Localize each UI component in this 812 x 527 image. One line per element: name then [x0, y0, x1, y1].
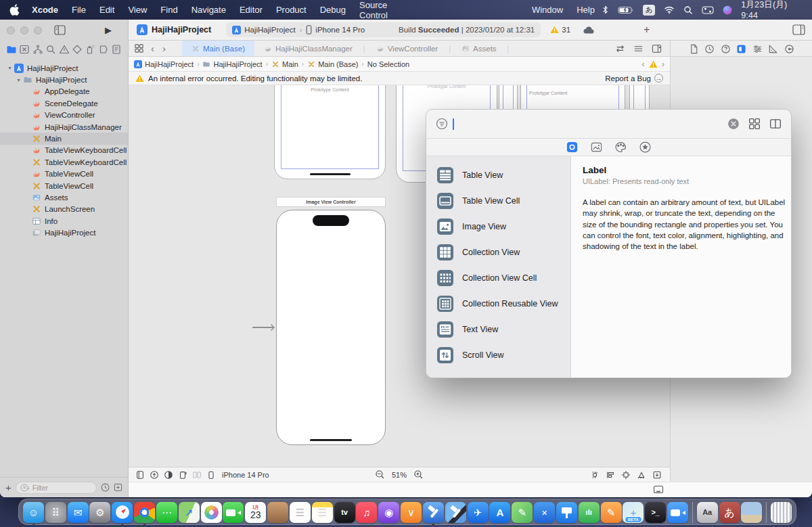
navigator-row[interactable]: Main	[0, 133, 128, 144]
source-control-status-icon[interactable]	[114, 483, 122, 492]
dock-item-launchpad[interactable]: ⠿	[45, 502, 66, 526]
add-constraints-icon[interactable]	[621, 470, 631, 480]
dock-item-contacts-book[interactable]	[267, 502, 288, 526]
debug-navigator-icon[interactable]	[85, 44, 95, 55]
control-center-icon[interactable]	[702, 6, 714, 14]
dock-item-finder[interactable]: ☺	[23, 502, 44, 526]
zoom-window-button[interactable]	[34, 26, 42, 35]
add-file-button[interactable]: +	[5, 482, 12, 493]
dock-item-notes[interactable]: ☰	[312, 502, 333, 526]
dock-item-messages[interactable]: ⋯	[156, 502, 177, 526]
navigator-row[interactable]: TableViewKeyboardCell	[0, 145, 128, 156]
appearance-icon[interactable]	[164, 470, 173, 480]
forward-button[interactable]: ›	[161, 43, 167, 53]
breadcrumb-item[interactable]: HajiHajiProject	[202, 60, 262, 68]
tab-assets[interactable]: Assets	[452, 41, 506, 56]
menu-debug[interactable]: Debug	[313, 5, 353, 15]
library-item-table-view-cell[interactable]: Table View Cell	[426, 188, 570, 214]
dock-item-freeform-beta[interactable]: +BETA	[623, 502, 644, 526]
dock-item-testflight[interactable]: ✈	[468, 502, 489, 526]
recent-files-icon[interactable]	[101, 483, 110, 492]
library-filter-icon[interactable]	[436, 118, 448, 130]
connections-inspector-icon[interactable]	[784, 44, 794, 54]
battery-icon[interactable]	[618, 6, 634, 14]
menu-editor[interactable]: Editor	[233, 5, 269, 15]
dock-item-xcode[interactable]	[423, 502, 444, 526]
minimize-window-button[interactable]	[20, 26, 28, 35]
menu-help[interactable]: Help	[570, 5, 602, 15]
dock-item-podcasts[interactable]: ◉	[378, 502, 399, 526]
media-tab-icon[interactable]	[590, 141, 603, 153]
status-device-name[interactable]: iPhone 14 Pro	[222, 471, 269, 479]
resolve-issues-icon[interactable]	[637, 470, 646, 480]
menu-view[interactable]: View	[121, 5, 154, 15]
swap-editor-icon[interactable]	[615, 44, 625, 53]
library-item-collection-view-cell[interactable]: Collection View Cell	[426, 265, 570, 291]
scheme-selector[interactable]: HajiHajiProject › iPhone 14 Pro Build Su…	[226, 22, 541, 37]
ime-input-badge[interactable]: あ	[643, 5, 655, 16]
size-inspector-icon[interactable]	[768, 44, 778, 54]
library-search-input[interactable]	[455, 119, 727, 129]
disclosure-triangle-icon[interactable]: ▾	[14, 77, 23, 83]
list-view-icon[interactable]	[769, 118, 782, 130]
navigator-row[interactable]: SceneDelegate	[0, 97, 128, 109]
related-items-icon[interactable]	[134, 43, 144, 53]
color-palette-tab-icon[interactable]	[614, 141, 627, 153]
dock-item-zoom[interactable]	[667, 502, 688, 526]
wifi-icon[interactable]	[664, 5, 675, 14]
find-navigator-icon[interactable]	[45, 44, 56, 55]
dock-item-keynote[interactable]	[556, 502, 577, 526]
dock-item-playgrounds[interactable]: ✎	[512, 502, 533, 526]
next-issue-button[interactable]: ›	[662, 59, 664, 69]
update-frames-icon[interactable]	[590, 470, 600, 480]
zoom-out-icon[interactable]	[375, 469, 385, 480]
report-navigator-icon[interactable]	[111, 44, 122, 55]
menu-navigate[interactable]: Navigate	[185, 5, 233, 15]
issue-navigator-icon[interactable]	[59, 44, 70, 55]
attributes-inspector-icon[interactable]	[736, 44, 746, 54]
back-button[interactable]: ‹	[150, 43, 156, 53]
iphone-scene[interactable]	[276, 210, 386, 445]
run-destination[interactable]: iPhone 14 Pro	[315, 26, 365, 34]
source-control-navigator-icon[interactable]	[19, 44, 30, 55]
align-icon[interactable]	[606, 470, 615, 480]
dock-item-desktop-preview[interactable]	[741, 502, 762, 526]
dock-item-safari[interactable]	[112, 502, 133, 526]
warning-counter[interactable]: 31	[550, 26, 570, 34]
menu-source-control[interactable]: Source Control	[353, 0, 418, 20]
navigator-row[interactable]: HajiHajiProject	[0, 227, 128, 238]
dock-item-mail[interactable]: ✉	[68, 502, 89, 526]
navigator-row[interactable]: HajiHajiClassManager	[0, 121, 128, 133]
history-inspector-icon[interactable]	[704, 44, 715, 54]
tab-viewcontroller[interactable]: ViewController	[367, 41, 448, 56]
cloud-status-icon[interactable]	[583, 26, 595, 35]
library-item-scroll-view[interactable]: Scroll View	[426, 342, 570, 368]
dock-item-photos[interactable]	[201, 502, 222, 526]
dock-item-trash[interactable]	[771, 502, 792, 526]
file-inspector-icon[interactable]	[689, 44, 699, 54]
navigator-row[interactable]: ▾HajiHajiProject	[0, 74, 128, 85]
objects-tab-icon[interactable]	[566, 141, 579, 153]
dock-item-font-book[interactable]: Aa	[697, 502, 718, 526]
tab-hajihajiclassmanager[interactable]: HajiHajiClassManager	[254, 41, 362, 56]
dock-item-system-settings[interactable]: ⚙	[89, 502, 110, 526]
device-icon[interactable]	[206, 470, 216, 480]
navigator-row[interactable]: Assets	[0, 191, 128, 203]
navigator-row[interactable]: ViewController	[0, 110, 128, 121]
navigator-row[interactable]: ▾HajiHajiProject	[0, 62, 128, 74]
embed-icon[interactable]	[652, 470, 662, 480]
split-view-icon[interactable]	[192, 470, 202, 480]
dock-item-reminders[interactable]: ☰	[290, 502, 311, 526]
menu-find[interactable]: Find	[154, 5, 184, 15]
spotlight-search-icon[interactable]	[683, 5, 693, 15]
sliders-inspector-icon[interactable]	[752, 44, 763, 54]
apple-menu-icon[interactable]	[9, 4, 20, 16]
navigator-row[interactable]: TableViewCell	[0, 168, 128, 180]
dock-item-app-store[interactable]: A	[489, 502, 510, 526]
breadcrumb-item[interactable]: Main	[271, 60, 298, 68]
breadcrumb-item[interactable]: No Selection	[367, 60, 409, 68]
add-tab-button[interactable]: +	[644, 24, 650, 36]
siri-icon[interactable]	[723, 5, 732, 15]
toggle-navigator-icon[interactable]	[54, 25, 66, 35]
library-item-text-view[interactable]: Text View	[426, 317, 570, 342]
